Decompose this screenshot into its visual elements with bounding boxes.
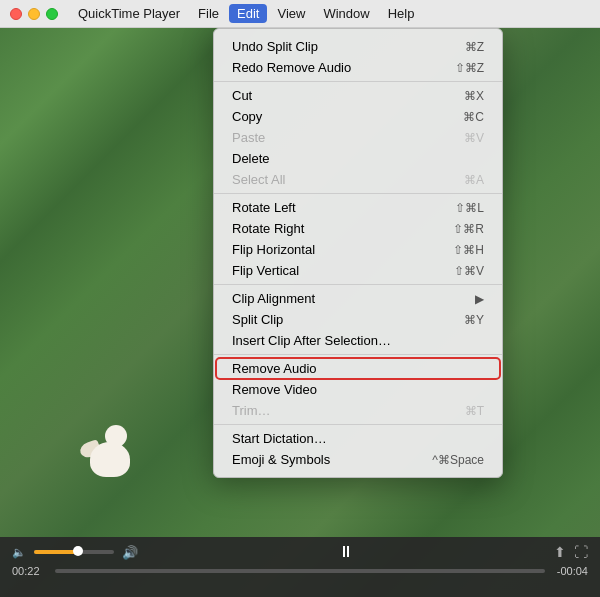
- menu-item-insert-clip[interactable]: Insert Clip After Selection…: [216, 330, 500, 351]
- menu-bar: QuickTime Player File Edit View Window H…: [70, 4, 422, 23]
- airplay-icon[interactable]: ⬆: [554, 544, 566, 560]
- menu-quicktime-player[interactable]: QuickTime Player: [70, 4, 188, 23]
- menu-item-remove-video[interactable]: Remove Video: [216, 379, 500, 400]
- chicken-figure: [80, 407, 140, 477]
- traffic-lights: [10, 8, 58, 20]
- title-bar: QuickTime Player File Edit View Window H…: [0, 0, 600, 28]
- menu-help[interactable]: Help: [380, 4, 423, 23]
- right-controls: ⬆ ⛶: [554, 544, 588, 560]
- menu-item-select-all: Select All ⌘A: [216, 169, 500, 190]
- volume-slider[interactable]: [34, 550, 114, 554]
- minimize-button[interactable]: [28, 8, 40, 20]
- menu-item-emoji-symbols[interactable]: Emoji & Symbols ^⌘Space: [216, 449, 500, 470]
- menu-item-flip-vertical[interactable]: Flip Vertical ⇧⌘V: [216, 260, 500, 281]
- menu-item-split-clip[interactable]: Split Clip ⌘Y: [216, 309, 500, 330]
- progress-bar[interactable]: [55, 569, 545, 573]
- time-remaining: -00:04: [553, 565, 588, 577]
- edit-dropdown-menu: Undo Split Clip ⌘Z Redo Remove Audio ⇧⌘Z…: [213, 28, 503, 478]
- fullscreen-icon[interactable]: ⛶: [574, 544, 588, 560]
- controls-bottom: 00:22 -00:04: [12, 565, 588, 577]
- menu-item-start-dictation[interactable]: Start Dictation…: [216, 428, 500, 449]
- menu-item-paste: Paste ⌘V: [216, 127, 500, 148]
- volume-fill: [34, 550, 78, 554]
- menu-item-clip-alignment[interactable]: Clip Alignment ▶: [216, 288, 500, 309]
- menu-edit[interactable]: Edit: [229, 4, 267, 23]
- menu-section-clip: Clip Alignment ▶ Split Clip ⌘Y Insert Cl…: [214, 285, 502, 355]
- close-button[interactable]: [10, 8, 22, 20]
- menu-section-remove: Remove Audio Remove Video Trim… ⌘T: [214, 355, 502, 425]
- menu-item-cut[interactable]: Cut ⌘X: [216, 85, 500, 106]
- volume-low-icon: 🔈: [12, 546, 26, 559]
- menu-item-undo-split-clip[interactable]: Undo Split Clip ⌘Z: [216, 36, 500, 57]
- volume-high-icon: 🔊: [122, 545, 138, 560]
- volume-thumb[interactable]: [73, 546, 83, 556]
- menu-item-remove-audio[interactable]: Remove Audio: [216, 358, 500, 379]
- menu-file[interactable]: File: [190, 4, 227, 23]
- menu-item-copy[interactable]: Copy ⌘C: [216, 106, 500, 127]
- menu-item-trim: Trim… ⌘T: [216, 400, 500, 421]
- video-area: 🔈 🔊 ⏸ ⬆ ⛶ 00:22 -00:04 Undo Split Clip: [0, 28, 600, 597]
- maximize-button[interactable]: [46, 8, 58, 20]
- menu-section-undoredo: Undo Split Clip ⌘Z Redo Remove Audio ⇧⌘Z: [214, 33, 502, 82]
- menu-item-rotate-left[interactable]: Rotate Left ⇧⌘L: [216, 197, 500, 218]
- menu-item-rotate-right[interactable]: Rotate Right ⇧⌘R: [216, 218, 500, 239]
- menu-view[interactable]: View: [269, 4, 313, 23]
- menu-item-redo-remove-audio[interactable]: Redo Remove Audio ⇧⌘Z: [216, 57, 500, 78]
- menu-section-system: Start Dictation… Emoji & Symbols ^⌘Space: [214, 425, 502, 473]
- menu-section-clipboard: Cut ⌘X Copy ⌘C Paste ⌘V Delete Select Al…: [214, 82, 502, 194]
- controls-bar: 🔈 🔊 ⏸ ⬆ ⛶ 00:22 -00:04: [0, 537, 600, 597]
- play-button[interactable]: ⏸: [338, 543, 354, 561]
- menu-item-delete[interactable]: Delete: [216, 148, 500, 169]
- menu-item-flip-horizontal[interactable]: Flip Horizontal ⇧⌘H: [216, 239, 500, 260]
- menu-section-transform: Rotate Left ⇧⌘L Rotate Right ⇧⌘R Flip Ho…: [214, 194, 502, 285]
- controls-top: 🔈 🔊 ⏸ ⬆ ⛶: [12, 543, 588, 561]
- menu-window[interactable]: Window: [315, 4, 377, 23]
- time-elapsed: 00:22: [12, 565, 47, 577]
